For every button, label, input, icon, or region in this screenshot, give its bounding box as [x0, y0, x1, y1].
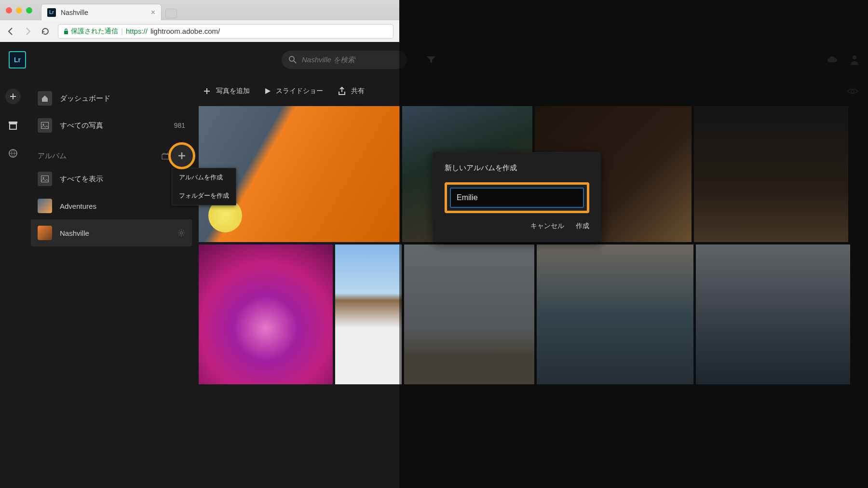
sidebar-album-nashville[interactable]: Nashville: [31, 219, 192, 246]
search-bar[interactable]: [282, 51, 407, 69]
tab-title: Nashville: [61, 9, 146, 16]
url-text: lightroom.adobe.com/: [150, 27, 220, 35]
photo-icon: [38, 118, 52, 133]
albums-label: アルバム: [38, 151, 156, 161]
sidebar-label: Adventures: [60, 202, 96, 210]
new-tab-button[interactable]: [165, 9, 177, 18]
play-icon: [264, 88, 271, 95]
album-thumb: [38, 226, 52, 240]
lock-icon: [63, 28, 69, 35]
sidebar-label: Nashville: [60, 229, 89, 237]
secure-indicator: 保護された通信: [63, 27, 118, 36]
minimize-window-button[interactable]: [16, 7, 22, 14]
photo-count: 981: [174, 122, 185, 129]
slideshow-button[interactable]: スライドショー: [264, 87, 323, 95]
favicon: Lr: [47, 8, 56, 17]
sidebar-album-adventures[interactable]: Adventures: [31, 192, 192, 219]
add-photos-button[interactable]: 写真を追加: [203, 87, 250, 95]
tab-close-icon[interactable]: ×: [151, 8, 155, 17]
svg-rect-10: [41, 176, 49, 182]
plus-icon: [176, 150, 187, 161]
sidebar: ダッシュボード すべての写真 981 アルバム Aᴢ すべてを表示 Advent…: [26, 77, 197, 254]
svg-rect-7: [41, 122, 49, 129]
rail-add-button[interactable]: [5, 89, 21, 104]
modal-title: 新しいアルバムを作成: [445, 163, 589, 173]
app-logo[interactable]: Lr: [9, 51, 26, 68]
sidebar-label: すべてを表示: [60, 175, 103, 184]
rail-globe-icon[interactable]: [6, 147, 20, 160]
modal-input-highlight: [445, 182, 589, 213]
svg-line-2: [294, 61, 296, 63]
forward-button[interactable]: [23, 27, 33, 36]
gear-icon[interactable]: [177, 229, 185, 237]
back-button[interactable]: [6, 27, 15, 36]
sidebar-show-all-albums[interactable]: すべてを表示: [31, 165, 192, 192]
albums-header: アルバム Aᴢ: [31, 145, 192, 165]
plus-icon: [203, 87, 211, 95]
svg-point-12: [180, 232, 183, 234]
url-protocol: https://: [126, 27, 148, 35]
album-name-input[interactable]: [450, 188, 584, 208]
create-button[interactable]: 作成: [576, 222, 589, 230]
cancel-button[interactable]: キャンセル: [530, 222, 564, 230]
photo-thumbnail[interactable]: [335, 244, 402, 384]
browser-tab[interactable]: Lr Nashville ×: [41, 4, 162, 20]
sidebar-label: すべての写真: [60, 121, 103, 130]
browser-chrome: Lr Nashville × 保護された通信 | https://lightro…: [0, 0, 399, 42]
sidebar-dashboard[interactable]: ダッシュボード: [31, 85, 192, 112]
svg-point-1: [289, 56, 294, 61]
maximize-window-button[interactable]: [26, 7, 32, 14]
url-field[interactable]: 保護された通信 | https://lightroom.adobe.com/: [58, 24, 393, 39]
svg-rect-4: [9, 122, 17, 123]
sidebar-all-photos[interactable]: すべての写真 981: [31, 112, 192, 139]
add-album-button[interactable]: [168, 142, 195, 169]
photo-icon: [38, 172, 52, 186]
photo-thumbnail[interactable]: [199, 244, 333, 384]
traffic-lights: [6, 7, 32, 14]
share-button[interactable]: 共有: [338, 87, 365, 95]
close-window-button[interactable]: [6, 7, 12, 14]
home-icon: [38, 91, 52, 106]
svg-rect-0: [64, 31, 68, 34]
album-thumb: [38, 199, 52, 213]
svg-point-8: [43, 124, 44, 125]
menu-create-album[interactable]: アルバムを作成: [172, 168, 236, 187]
search-icon: [288, 55, 297, 64]
sidebar-label: ダッシュボード: [60, 94, 110, 103]
create-album-modal: 新しいアルバムを作成 キャンセル 作成: [433, 152, 601, 242]
svg-point-11: [43, 177, 44, 179]
tab-bar: Lr Nashville ×: [0, 0, 399, 20]
left-rail: [0, 77, 26, 160]
svg-rect-5: [10, 124, 16, 129]
menu-create-folder[interactable]: フォルダーを作成: [172, 187, 236, 205]
dim-overlay: [399, 0, 868, 488]
share-icon: [338, 87, 346, 95]
url-bar: 保護された通信 | https://lightroom.adobe.com/: [0, 20, 399, 42]
add-menu: アルバムを作成 フォルダーを作成: [172, 168, 236, 205]
reload-button[interactable]: [41, 27, 50, 36]
search-input[interactable]: [302, 55, 400, 64]
rail-archive-icon[interactable]: [6, 119, 20, 132]
